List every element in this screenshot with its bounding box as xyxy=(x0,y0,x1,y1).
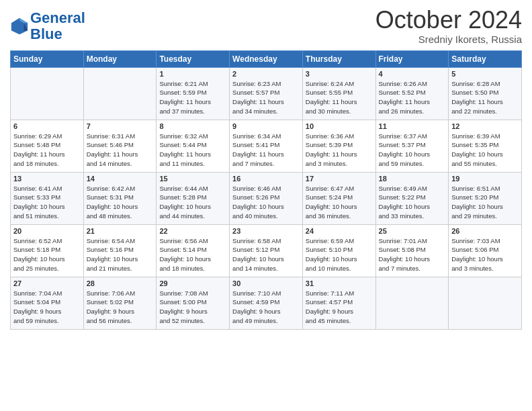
day-number: 16 xyxy=(232,175,300,183)
calendar-cell: 13Sunrise: 6:41 AM Sunset: 5:33 PM Dayli… xyxy=(11,172,84,224)
calendar-week-4: 27Sunrise: 7:04 AM Sunset: 5:04 PM Dayli… xyxy=(11,277,522,329)
calendar-cell: 19Sunrise: 6:51 AM Sunset: 5:20 PM Dayli… xyxy=(449,172,522,224)
day-number: 8 xyxy=(159,122,226,130)
day-number: 1 xyxy=(159,70,226,78)
calendar-cell: 5Sunrise: 6:28 AM Sunset: 5:50 PM Daylig… xyxy=(449,67,522,120)
day-info: Sunrise: 6:54 AM Sunset: 5:16 PM Dayligh… xyxy=(87,236,154,273)
col-tuesday: Tuesday xyxy=(157,50,230,67)
calendar-cell xyxy=(375,277,449,329)
day-number: 25 xyxy=(379,227,446,235)
calendar-week-3: 20Sunrise: 6:52 AM Sunset: 5:18 PM Dayli… xyxy=(11,224,522,277)
header: General Blue October 2024 Sredniy Ikoret… xyxy=(10,7,522,45)
day-number: 24 xyxy=(306,227,373,235)
day-info: Sunrise: 6:21 AM Sunset: 5:59 PM Dayligh… xyxy=(159,79,226,116)
calendar-cell: 26Sunrise: 7:03 AM Sunset: 5:06 PM Dayli… xyxy=(449,224,522,277)
col-saturday: Saturday xyxy=(449,50,522,67)
day-info: Sunrise: 7:01 AM Sunset: 5:08 PM Dayligh… xyxy=(379,236,446,273)
calendar-cell: 25Sunrise: 7:01 AM Sunset: 5:08 PM Dayli… xyxy=(375,224,449,277)
day-number: 17 xyxy=(306,175,373,183)
day-number: 19 xyxy=(451,175,519,183)
calendar-cell: 28Sunrise: 7:06 AM Sunset: 5:02 PM Dayli… xyxy=(83,277,157,329)
day-info: Sunrise: 6:41 AM Sunset: 5:33 PM Dayligh… xyxy=(13,184,81,221)
day-info: Sunrise: 7:10 AM Sunset: 4:59 PM Dayligh… xyxy=(232,289,300,326)
day-number: 30 xyxy=(232,279,300,287)
day-info: Sunrise: 6:31 AM Sunset: 5:46 PM Dayligh… xyxy=(87,132,154,169)
logo-icon xyxy=(10,17,29,36)
day-number: 31 xyxy=(306,279,373,287)
calendar-cell: 17Sunrise: 6:47 AM Sunset: 5:24 PM Dayli… xyxy=(302,172,375,224)
calendar-header: Sunday Monday Tuesday Wednesday Thursday… xyxy=(11,50,522,67)
calendar-week-1: 6Sunrise: 6:29 AM Sunset: 5:48 PM Daylig… xyxy=(11,120,522,172)
calendar-cell: 3Sunrise: 6:24 AM Sunset: 5:55 PM Daylig… xyxy=(302,67,375,120)
calendar-cell: 31Sunrise: 7:11 AM Sunset: 4:57 PM Dayli… xyxy=(302,277,375,329)
calendar-cell: 21Sunrise: 6:54 AM Sunset: 5:16 PM Dayli… xyxy=(83,224,157,277)
day-info: Sunrise: 6:28 AM Sunset: 5:50 PM Dayligh… xyxy=(451,79,519,116)
col-wednesday: Wednesday xyxy=(230,50,303,67)
calendar-week-2: 13Sunrise: 6:41 AM Sunset: 5:33 PM Dayli… xyxy=(11,172,522,224)
calendar-cell: 9Sunrise: 6:34 AM Sunset: 5:41 PM Daylig… xyxy=(230,120,303,172)
day-info: Sunrise: 6:26 AM Sunset: 5:52 PM Dayligh… xyxy=(379,79,446,116)
day-number: 5 xyxy=(451,70,519,78)
calendar-cell: 24Sunrise: 6:59 AM Sunset: 5:10 PM Dayli… xyxy=(302,224,375,277)
day-info: Sunrise: 6:46 AM Sunset: 5:26 PM Dayligh… xyxy=(232,184,300,221)
day-number: 28 xyxy=(87,279,154,287)
day-info: Sunrise: 6:49 AM Sunset: 5:22 PM Dayligh… xyxy=(379,184,446,221)
col-monday: Monday xyxy=(83,50,157,67)
day-number: 21 xyxy=(87,227,154,235)
day-number: 9 xyxy=(232,122,300,130)
day-info: Sunrise: 6:44 AM Sunset: 5:28 PM Dayligh… xyxy=(159,184,226,221)
day-info: Sunrise: 6:39 AM Sunset: 5:35 PM Dayligh… xyxy=(451,132,519,169)
day-info: Sunrise: 6:51 AM Sunset: 5:20 PM Dayligh… xyxy=(451,184,519,221)
day-info: Sunrise: 6:37 AM Sunset: 5:37 PM Dayligh… xyxy=(379,132,446,169)
day-number: 4 xyxy=(379,70,446,78)
day-info: Sunrise: 6:52 AM Sunset: 5:18 PM Dayligh… xyxy=(13,236,81,273)
calendar-cell: 18Sunrise: 6:49 AM Sunset: 5:22 PM Dayli… xyxy=(375,172,449,224)
calendar-cell xyxy=(11,67,84,120)
calendar-week-0: 1Sunrise: 6:21 AM Sunset: 5:59 PM Daylig… xyxy=(11,67,522,120)
calendar-cell: 16Sunrise: 6:46 AM Sunset: 5:26 PM Dayli… xyxy=(230,172,303,224)
logo-text: General Blue xyxy=(30,10,85,42)
day-info: Sunrise: 7:11 AM Sunset: 4:57 PM Dayligh… xyxy=(306,289,373,326)
day-info: Sunrise: 6:56 AM Sunset: 5:14 PM Dayligh… xyxy=(159,236,226,273)
day-number: 29 xyxy=(159,279,226,287)
calendar-cell: 4Sunrise: 6:26 AM Sunset: 5:52 PM Daylig… xyxy=(375,67,449,120)
month-title: October 2024 xyxy=(375,7,522,34)
page-container: General Blue October 2024 Sredniy Ikoret… xyxy=(0,0,532,333)
day-info: Sunrise: 6:47 AM Sunset: 5:24 PM Dayligh… xyxy=(306,184,373,221)
calendar-cell: 1Sunrise: 6:21 AM Sunset: 5:59 PM Daylig… xyxy=(157,67,230,120)
day-number: 2 xyxy=(232,70,300,78)
day-number: 26 xyxy=(451,227,519,235)
day-number: 22 xyxy=(159,227,226,235)
day-info: Sunrise: 6:42 AM Sunset: 5:31 PM Dayligh… xyxy=(87,184,154,221)
calendar-cell: 6Sunrise: 6:29 AM Sunset: 5:48 PM Daylig… xyxy=(11,120,84,172)
calendar-cell: 14Sunrise: 6:42 AM Sunset: 5:31 PM Dayli… xyxy=(83,172,157,224)
calendar-cell: 11Sunrise: 6:37 AM Sunset: 5:37 PM Dayli… xyxy=(375,120,449,172)
calendar-cell: 2Sunrise: 6:23 AM Sunset: 5:57 PM Daylig… xyxy=(230,67,303,120)
day-info: Sunrise: 7:03 AM Sunset: 5:06 PM Dayligh… xyxy=(451,236,519,273)
day-number: 7 xyxy=(87,122,154,130)
day-info: Sunrise: 6:24 AM Sunset: 5:55 PM Dayligh… xyxy=(306,79,373,116)
day-number: 23 xyxy=(232,227,300,235)
day-number: 11 xyxy=(379,122,446,130)
calendar-cell: 29Sunrise: 7:08 AM Sunset: 5:00 PM Dayli… xyxy=(157,277,230,329)
calendar-cell xyxy=(83,67,157,120)
day-number: 27 xyxy=(13,279,81,287)
day-info: Sunrise: 6:58 AM Sunset: 5:12 PM Dayligh… xyxy=(232,236,300,273)
calendar-cell: 30Sunrise: 7:10 AM Sunset: 4:59 PM Dayli… xyxy=(230,277,303,329)
day-info: Sunrise: 7:06 AM Sunset: 5:02 PM Dayligh… xyxy=(87,289,154,326)
day-info: Sunrise: 6:36 AM Sunset: 5:39 PM Dayligh… xyxy=(306,132,373,169)
day-info: Sunrise: 6:34 AM Sunset: 5:41 PM Dayligh… xyxy=(232,132,300,169)
col-sunday: Sunday xyxy=(11,50,84,67)
calendar-cell xyxy=(449,277,522,329)
col-thursday: Thursday xyxy=(302,50,375,67)
calendar-cell: 8Sunrise: 6:32 AM Sunset: 5:44 PM Daylig… xyxy=(157,120,230,172)
day-number: 12 xyxy=(451,122,519,130)
calendar-body: 1Sunrise: 6:21 AM Sunset: 5:59 PM Daylig… xyxy=(11,67,522,329)
day-number: 6 xyxy=(13,122,81,130)
day-number: 18 xyxy=(379,175,446,183)
header-row: Sunday Monday Tuesday Wednesday Thursday… xyxy=(11,50,522,67)
day-info: Sunrise: 6:32 AM Sunset: 5:44 PM Dayligh… xyxy=(159,132,226,169)
logo: General Blue xyxy=(10,10,85,42)
day-info: Sunrise: 7:08 AM Sunset: 5:00 PM Dayligh… xyxy=(159,289,226,326)
calendar-cell: 20Sunrise: 6:52 AM Sunset: 5:18 PM Dayli… xyxy=(11,224,84,277)
